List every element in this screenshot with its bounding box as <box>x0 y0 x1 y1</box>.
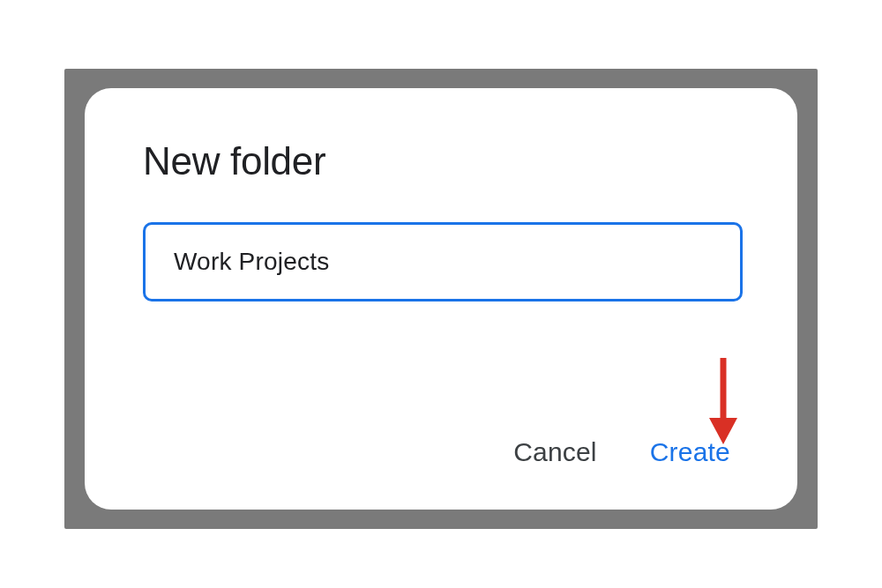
folder-name-input[interactable] <box>143 222 743 301</box>
cancel-button[interactable]: Cancel <box>513 437 597 467</box>
modal-overlay: New folder Cancel Create <box>64 69 818 529</box>
arrow-annotation-icon <box>704 353 743 450</box>
new-folder-dialog: New folder Cancel Create <box>85 88 797 510</box>
dialog-buttons: Cancel Create <box>513 437 730 467</box>
create-button[interactable]: Create <box>650 437 730 467</box>
dialog-title: New folder <box>143 139 739 183</box>
